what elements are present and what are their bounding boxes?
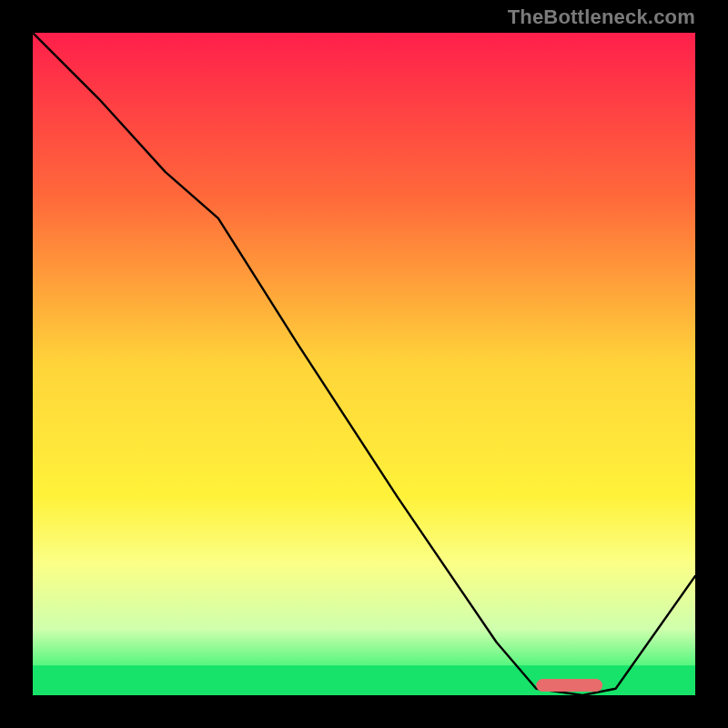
- gradient-background: [33, 33, 695, 695]
- watermark-text: TheBottleneck.com: [508, 5, 695, 29]
- plot-svg: [33, 33, 695, 695]
- chart-frame: TheBottleneck.com: [0, 0, 728, 728]
- optimal-marker: [536, 679, 602, 692]
- plot-area: [33, 33, 695, 695]
